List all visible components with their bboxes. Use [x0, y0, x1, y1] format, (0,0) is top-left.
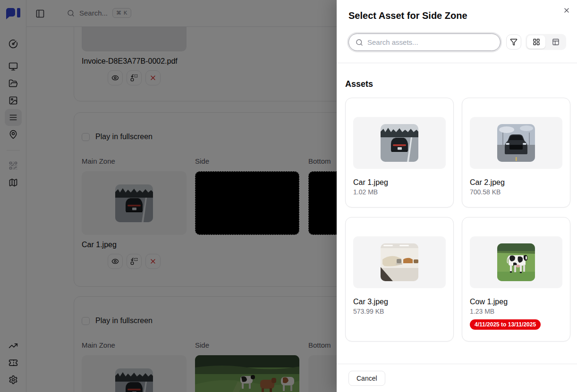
filter-icon	[510, 38, 518, 46]
asset-thumbnail-area	[470, 236, 562, 288]
asset-thumbnail-area	[353, 117, 446, 169]
asset-name: Car 2.jpeg	[470, 178, 562, 187]
asset-card-car-2[interactable]: Car 2.jpeg 700.58 KB	[462, 98, 570, 208]
asset-size: 700.58 KB	[470, 188, 562, 196]
asset-card-cow-1[interactable]: Cow 1.jpeg 1.23 MB 4/11/2025 to 13/11/20…	[462, 217, 570, 342]
grid-view-button[interactable]	[527, 35, 545, 49]
view-toggle	[526, 34, 566, 50]
cancel-button[interactable]: Cancel	[348, 371, 385, 386]
asset-thumbnail-car-2	[497, 124, 535, 162]
asset-thumbnail-area	[470, 117, 562, 169]
asset-search-input[interactable]	[367, 38, 493, 46]
asset-card-car-1[interactable]: Car 1.jpeg 1.02 MB	[345, 98, 454, 208]
modal-overlay[interactable]	[0, 0, 337, 392]
table-icon	[552, 38, 560, 46]
asset-size: 573.99 KB	[353, 308, 446, 315]
schedule-badge: 4/11/2025 to 13/11/2025	[470, 319, 541, 330]
asset-thumbnail-car-3	[381, 243, 418, 281]
close-icon	[563, 7, 570, 14]
table-view-button[interactable]	[546, 35, 565, 49]
search-icon	[356, 39, 363, 46]
filter-button[interactable]	[506, 34, 521, 50]
asset-name: Car 3.jpeg	[353, 298, 446, 306]
asset-search	[348, 33, 501, 51]
asset-card-car-3[interactable]: Car 3.jpeg 573.99 KB	[345, 217, 454, 342]
asset-name: Car 1.jpeg	[353, 178, 446, 187]
asset-size: 1.02 MB	[353, 188, 446, 196]
asset-name: Cow 1.jpeg	[470, 298, 562, 306]
section-title: Assets	[345, 79, 570, 89]
modal-footer: Cancel	[337, 364, 577, 392]
asset-size: 1.23 MB	[470, 308, 562, 315]
grid-icon	[533, 38, 540, 46]
modal-title: Select Asset for Side Zone	[348, 10, 467, 21]
asset-thumbnail-car-1	[381, 124, 418, 162]
asset-list: Assets Car 1.jpeg 1.02 MB	[337, 63, 577, 364]
close-button[interactable]	[562, 6, 571, 15]
asset-thumbnail-area	[353, 236, 446, 288]
select-asset-modal: Select Asset for Side Zone Assets	[337, 0, 577, 392]
asset-thumbnail-cow-1	[497, 243, 535, 281]
